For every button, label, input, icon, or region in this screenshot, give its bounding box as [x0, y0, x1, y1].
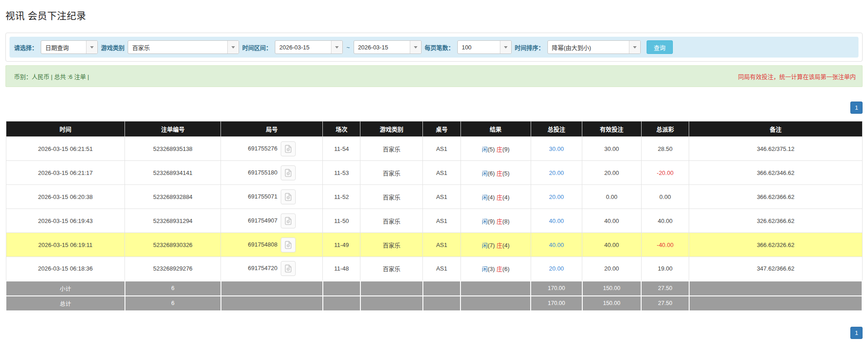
subtotal-empty-cell: [360, 281, 423, 296]
banker-result-score: (4): [502, 242, 509, 249]
video-replay-button[interactable]: [281, 261, 296, 276]
subtotal-row: 小计 6 170.00 150.00 27.50: [6, 281, 862, 296]
subtotal-count: 6: [125, 281, 221, 296]
player-result-label: 闲: [482, 170, 488, 177]
page-size-dropdown[interactable]: 100: [457, 40, 512, 54]
video-file-icon: [284, 193, 293, 201]
filter-panel: 请选择： 日期查询 游戏类别 百家乐 时间区间： 2026-03-15 ~ 20…: [5, 33, 863, 62]
subtotal-label: 小计: [6, 281, 125, 296]
time-cell: 2026-03-15 06:21:17: [6, 161, 125, 185]
table-body: 2026-03-15 06:21:51523268935138691755276…: [6, 137, 862, 281]
player-result-score: (9): [488, 218, 495, 225]
date-to-picker[interactable]: 2026-03-15: [354, 40, 422, 54]
round-cell: 691755276: [221, 137, 323, 161]
total-bet-cell: 30.00: [531, 137, 582, 161]
time-sort-dropdown-button[interactable]: [629, 41, 640, 53]
page: 视讯 会员下注纪录 请选择： 日期查询 游戏类别 百家乐 时间区间： 2026-…: [0, 0, 868, 339]
video-replay-button[interactable]: [281, 189, 296, 204]
bet-id-cell: 523268932884: [125, 185, 221, 209]
pagination-bottom: 1: [5, 327, 863, 339]
game-type-dropdown[interactable]: 百家乐: [128, 40, 239, 54]
game-type-cell: 百家乐: [360, 257, 423, 281]
time-cell: 2026-03-15 06:19:43: [6, 209, 125, 233]
page-1-button[interactable]: 1: [850, 327, 863, 339]
date-range-tilde: ~: [346, 44, 350, 51]
session-cell: 11-52: [323, 185, 360, 209]
subtotal-empty-cell: [460, 281, 531, 296]
total-bet-cell: 20.00: [531, 185, 582, 209]
total-empty-cell: [460, 296, 531, 311]
payout-cell: -20.00: [641, 161, 689, 185]
time-sort-label: 时间排序：: [515, 43, 544, 52]
bet-id-cell: 523268930326: [125, 233, 221, 257]
date-to-dropdown-button[interactable]: [410, 41, 421, 53]
payout-cell: 40.00: [641, 209, 689, 233]
summary-bar: 币别：人民币 | 总共 :6 注单 | 同局有效投注，统一计算在该局第一张注单内: [5, 65, 863, 87]
total-bet-cell: 20.00: [531, 161, 582, 185]
session-cell: 11-48: [323, 257, 360, 281]
remark-cell: 366.62/326.62: [689, 233, 862, 257]
date-from-dropdown-button[interactable]: [331, 41, 342, 53]
player-result-score: (7): [488, 242, 495, 249]
total-bet-link[interactable]: 20.00: [549, 194, 564, 200]
payout-cell: -40.00: [641, 233, 689, 257]
total-bet-link[interactable]: 40.00: [549, 218, 564, 224]
subtotal-empty-cell: [423, 281, 460, 296]
currency-total-text: 币别：人民币 | 总共 :6 注单 |: [14, 72, 89, 81]
filter-bar: 请选择： 日期查询 游戏类别 百家乐 时间区间： 2026-03-15 ~ 20…: [10, 37, 858, 58]
subtotal-empty-cell: [323, 281, 360, 296]
page-1-button[interactable]: 1: [850, 102, 863, 114]
table-header-row: 时间 注单编号 局号 场次 游戏类别 桌号 结果 总投注 有效投注 总派彩 备注: [6, 121, 862, 137]
banker-result-score: (6): [502, 266, 509, 272]
player-result-label: 闲: [482, 218, 488, 225]
query-type-dropdown-button[interactable]: [86, 41, 97, 53]
video-replay-button[interactable]: [281, 213, 296, 228]
valid-bet-cell: 40.00: [582, 233, 641, 257]
banker-result-score: (4): [502, 194, 509, 201]
round-number: 691754907: [248, 217, 278, 223]
banker-result-label: 庄: [496, 194, 502, 201]
video-file-icon: [284, 169, 293, 177]
video-file-icon: [284, 217, 293, 225]
query-type-dropdown[interactable]: 日期查询: [41, 40, 98, 54]
column-header-payout: 总派彩: [641, 121, 689, 137]
banker-result-label: 庄: [496, 242, 502, 249]
table-no-cell: AS1: [423, 161, 460, 185]
session-cell: 11-49: [323, 233, 360, 257]
table-no-cell: AS1: [423, 233, 460, 257]
video-file-icon: [284, 145, 293, 153]
result-cell: 闲(4) 庄(4): [460, 185, 531, 209]
round-cell: 691754720: [221, 257, 323, 281]
total-bet-link[interactable]: 30.00: [549, 145, 564, 152]
total-label: 总计: [6, 296, 125, 311]
date-from-picker[interactable]: 2026-03-15: [275, 40, 343, 54]
video-replay-button[interactable]: [281, 141, 296, 156]
query-button[interactable]: 查询: [647, 40, 673, 54]
total-bet-link[interactable]: 20.00: [549, 265, 564, 272]
video-replay-button[interactable]: [281, 165, 296, 180]
total-empty-cell: [323, 296, 360, 311]
total-bet-link[interactable]: 40.00: [549, 242, 564, 248]
total-bet-link[interactable]: 20.00: [549, 169, 564, 176]
time-sort-dropdown[interactable]: 降幂(由大到小): [547, 40, 641, 54]
round-cell: 691754907: [221, 209, 323, 233]
bet-id-cell: 523268934141: [125, 161, 221, 185]
caret-down-icon: [633, 46, 637, 48]
subtotal-empty-cell: [221, 281, 323, 296]
game-type-dropdown-button[interactable]: [227, 41, 239, 53]
column-header-table-no: 桌号: [423, 121, 460, 137]
video-file-icon: [284, 241, 293, 249]
video-replay-button[interactable]: [281, 237, 296, 252]
banker-result-score: (8): [502, 218, 509, 225]
banker-result-score: (5): [502, 170, 509, 177]
game-type-value: 百家乐: [128, 41, 227, 53]
page-size-dropdown-button[interactable]: [500, 41, 511, 53]
valid-bet-cell: 30.00: [582, 137, 641, 161]
remark-cell: 346.62/375.12: [689, 137, 862, 161]
total-empty-cell: [360, 296, 423, 311]
column-header-result: 结果: [460, 121, 531, 137]
banker-result-label: 庄: [496, 146, 502, 153]
banker-result-score: (9): [502, 146, 509, 153]
game-type-cell: 百家乐: [360, 233, 423, 257]
payout-cell: 28.50: [641, 137, 689, 161]
